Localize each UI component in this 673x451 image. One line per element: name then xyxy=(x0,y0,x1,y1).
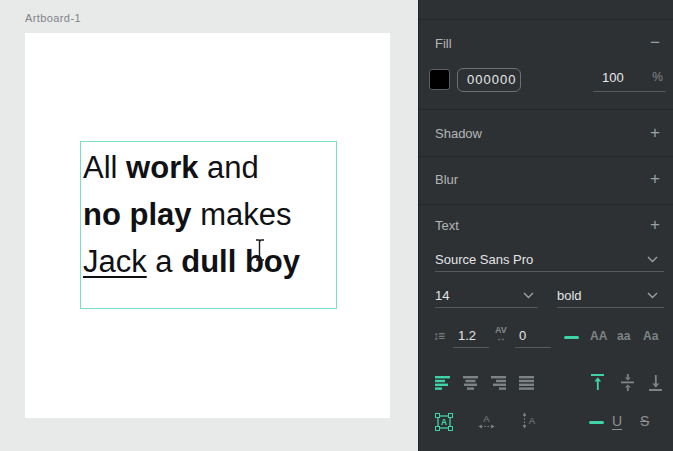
fill-opacity-field[interactable]: 100 % xyxy=(593,70,666,92)
valign-top-button[interactable] xyxy=(591,374,605,391)
line-height-input[interactable]: 1.2 xyxy=(458,328,476,343)
font-style-select[interactable]: bold xyxy=(557,288,582,303)
divider xyxy=(419,156,673,157)
shadow-section-title: Shadow xyxy=(435,126,482,141)
text-fixed-size-button[interactable]: A xyxy=(435,413,453,431)
decoration-none-button[interactable] xyxy=(589,421,604,424)
text-section-title: Text xyxy=(435,218,459,233)
artboard-label[interactable]: Artboard-1 xyxy=(25,12,81,24)
divider xyxy=(453,347,489,348)
chevron-down-icon[interactable] xyxy=(523,292,534,299)
decoration-strikethrough-button[interactable]: S xyxy=(640,413,649,429)
case-none-button[interactable] xyxy=(564,336,579,339)
fill-hex-input[interactable]: 000000 xyxy=(457,68,521,92)
svg-text:A: A xyxy=(441,417,447,427)
case-titlecase-button[interactable]: Aa xyxy=(643,329,658,343)
divider xyxy=(515,347,551,348)
decoration-underline-button[interactable]: U xyxy=(612,413,622,429)
inspector-panel: Fill − 000000 100 % Shadow + Blur + Text… xyxy=(418,0,673,451)
text-auto-height-button[interactable]: A xyxy=(521,412,537,430)
text-line-1: All work and xyxy=(83,144,383,191)
text-line-2: no play makes xyxy=(83,191,383,238)
align-center-button[interactable] xyxy=(463,376,479,390)
align-left-button[interactable] xyxy=(435,376,451,390)
artboard[interactable]: All work and no play makes Jack a dull b… xyxy=(25,33,390,418)
chevron-down-icon[interactable] xyxy=(647,292,658,299)
case-lowercase-button[interactable]: aa xyxy=(617,329,630,343)
svg-text:A: A xyxy=(483,413,490,424)
divider xyxy=(557,307,664,308)
fill-color-swatch[interactable] xyxy=(429,69,450,90)
chevron-down-icon[interactable] xyxy=(647,256,658,263)
text-line-3: Jack a dull boy xyxy=(83,238,383,285)
align-right-button[interactable] xyxy=(491,376,507,390)
text-auto-width-button[interactable]: A xyxy=(478,412,495,430)
text-selection-box[interactable]: All work and no play makes Jack a dull b… xyxy=(80,141,337,309)
font-family-select[interactable]: Source Sans Pro xyxy=(435,252,533,267)
divider xyxy=(419,109,673,110)
text-ibeam-cursor xyxy=(254,239,265,261)
canvas-area[interactable]: Artboard-1 All work and no play makes Ja… xyxy=(0,0,418,451)
line-height-icon: ↕≡ xyxy=(433,329,444,343)
letter-spacing-icon: AV↔ xyxy=(495,326,507,343)
valign-middle-button[interactable] xyxy=(621,374,635,391)
divider xyxy=(435,307,538,308)
letter-spacing-input[interactable]: 0 xyxy=(519,328,526,343)
text-block[interactable]: All work and no play makes Jack a dull b… xyxy=(83,144,383,285)
svg-text:A: A xyxy=(529,415,536,426)
valign-bottom-button[interactable] xyxy=(649,374,663,391)
fill-collapse-button[interactable]: − xyxy=(646,34,664,52)
fill-section-title: Fill xyxy=(435,36,452,51)
shadow-add-button[interactable]: + xyxy=(646,124,664,142)
divider xyxy=(435,271,664,272)
font-size-select[interactable]: 14 xyxy=(435,288,449,303)
text-add-button[interactable]: + xyxy=(646,216,664,234)
align-justify-button[interactable] xyxy=(519,376,535,390)
panel-top-strip xyxy=(419,0,673,20)
fill-opacity-value[interactable]: 100 xyxy=(593,70,624,91)
blur-section-title: Blur xyxy=(435,172,458,187)
percent-label: % xyxy=(652,70,666,91)
divider xyxy=(419,204,673,205)
blur-add-button[interactable]: + xyxy=(646,170,664,188)
case-uppercase-button[interactable]: AA xyxy=(590,329,607,343)
